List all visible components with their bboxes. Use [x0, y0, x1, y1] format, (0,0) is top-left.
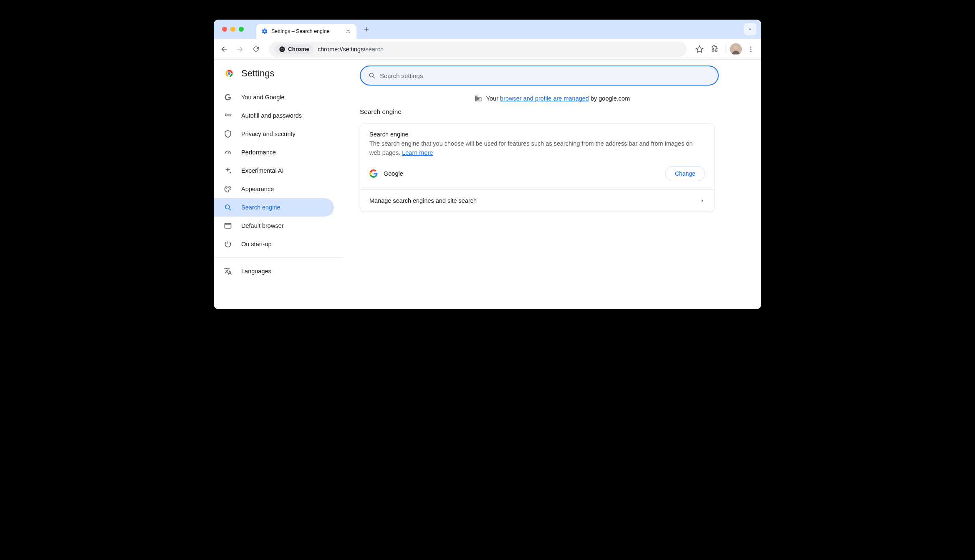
svg-point-2 [281, 48, 283, 50]
section-title: Search engine [343, 108, 719, 116]
sidebar-item-appearance[interactable]: Appearance [214, 180, 334, 198]
back-button[interactable] [217, 42, 231, 56]
tab-title: Settings – Search engine [271, 28, 341, 34]
google-g-icon [224, 93, 232, 101]
svg-point-11 [226, 188, 227, 189]
sidebar-item-you-and-google[interactable]: You and Google [214, 88, 334, 106]
translate-icon [224, 267, 232, 275]
svg-point-6 [750, 48, 752, 50]
search-icon [224, 203, 232, 212]
browser-window-icon [224, 222, 232, 230]
search-settings-box[interactable] [360, 66, 719, 86]
chrome-logo-icon [224, 68, 235, 79]
svg-rect-16 [225, 223, 231, 228]
sidebar-item-autofill[interactable]: Autofill and passwords [214, 106, 334, 125]
sidebar-divider [214, 257, 343, 258]
avatar-image [730, 43, 742, 55]
managed-prefix: Your [486, 95, 500, 102]
settings-title: Settings [241, 68, 275, 79]
sidebar-item-on-start-up[interactable]: On start-up [214, 235, 334, 253]
chrome-icon [279, 46, 285, 53]
speedometer-icon [224, 148, 232, 156]
window-close-button[interactable] [222, 27, 227, 32]
manage-engines-row[interactable]: Manage search engines and site search [360, 189, 714, 212]
settings-gear-icon [261, 28, 268, 35]
current-engine-row: Google Change [369, 166, 705, 181]
key-icon [224, 111, 232, 120]
svg-point-17 [369, 73, 373, 77]
sidebar-item-label: On start-up [241, 241, 272, 247]
enterprise-building-icon [475, 95, 482, 102]
svg-point-5 [750, 46, 752, 48]
sidebar-item-label: Performance [241, 149, 276, 156]
current-engine-name: Google [384, 170, 659, 177]
sidebar-header: Settings [214, 66, 343, 86]
sidebar-item-label: Experimental AI [241, 167, 284, 174]
svg-point-13 [228, 187, 229, 188]
sidebar-item-performance[interactable]: Performance [214, 143, 334, 161]
toolbar-separator [725, 45, 725, 53]
tab-search-button[interactable] [744, 23, 756, 35]
manage-engines-label: Manage search engines and site search [369, 197, 477, 204]
sidebar-items: You and Google Autofill and passwords Pr… [214, 86, 343, 283]
chrome-menu-button[interactable] [744, 42, 758, 56]
chevron-right-icon [700, 198, 705, 203]
settings-main: Your browser and profile are managed by … [343, 60, 761, 309]
tab-strip: Settings – Search engine [214, 20, 761, 39]
shield-icon [224, 130, 232, 138]
managed-suffix: by google.com [589, 95, 630, 102]
settings-content: Settings You and Google Autofill and pas… [214, 60, 761, 309]
managed-notice: Your browser and profile are managed by … [343, 95, 761, 102]
bookmark-button[interactable] [692, 42, 707, 56]
window-maximize-button[interactable] [239, 27, 244, 32]
svg-point-12 [227, 187, 227, 188]
change-engine-button[interactable]: Change [665, 166, 705, 181]
search-settings-input[interactable] [380, 72, 710, 79]
profile-button[interactable] [729, 42, 743, 56]
card-description: The search engine that you choose will b… [369, 139, 705, 158]
url-text: chrome://settings/search [318, 46, 384, 53]
sidebar-item-label: Search engine [241, 204, 280, 211]
address-bar[interactable]: Chrome chrome://settings/search [269, 42, 687, 57]
search-engine-card: Search engine The search engine that you… [360, 123, 715, 212]
search-icon [368, 72, 376, 79]
sparkle-icon [224, 166, 232, 175]
sidebar-item-label: Default browser [241, 222, 284, 229]
svg-point-15 [225, 205, 230, 209]
managed-link[interactable]: browser and profile are managed [500, 95, 589, 102]
svg-point-7 [750, 50, 752, 52]
sidebar-item-default-browser[interactable]: Default browser [214, 217, 334, 235]
svg-point-4 [734, 45, 738, 49]
sidebar-item-label: You and Google [241, 94, 284, 101]
browser-window: Settings – Search engine [214, 20, 761, 309]
reload-button[interactable] [249, 42, 263, 56]
sidebar-item-experimental-ai[interactable]: Experimental AI [214, 161, 334, 180]
learn-more-link[interactable]: Learn more [402, 149, 433, 156]
extensions-button[interactable] [707, 42, 722, 56]
browser-tab[interactable]: Settings – Search engine [256, 24, 356, 39]
site-identity-chip[interactable]: Chrome [275, 44, 313, 54]
browser-toolbar: Chrome chrome://settings/search [214, 39, 761, 60]
window-controls [222, 27, 244, 32]
svg-point-14 [229, 188, 230, 189]
sidebar-item-label: Autofill and passwords [241, 112, 302, 119]
sidebar-item-label: Appearance [241, 186, 274, 192]
sidebar-item-label: Privacy and security [241, 131, 296, 137]
settings-sidebar: Settings You and Google Autofill and pas… [214, 60, 343, 309]
sidebar-item-search-engine[interactable]: Search engine [214, 198, 334, 217]
power-icon [224, 240, 232, 248]
chip-label: Chrome [288, 46, 309, 52]
toolbar-actions [692, 42, 758, 56]
sidebar-item-languages[interactable]: Languages [214, 262, 334, 280]
sidebar-item-privacy[interactable]: Privacy and security [214, 125, 334, 143]
tab-close-button[interactable] [345, 28, 351, 35]
palette-icon [224, 185, 232, 193]
new-tab-button[interactable] [361, 23, 372, 35]
forward-button[interactable] [233, 42, 247, 56]
card-title: Search engine [369, 131, 705, 138]
sidebar-item-label: Languages [241, 268, 271, 275]
google-logo-icon [369, 169, 378, 178]
window-minimize-button[interactable] [230, 27, 235, 32]
